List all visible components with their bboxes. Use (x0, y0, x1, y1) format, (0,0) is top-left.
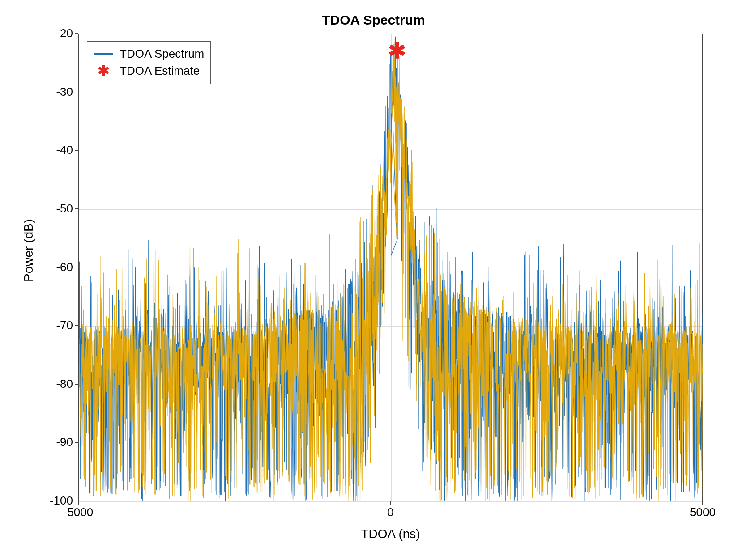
y-tick-mark (75, 267, 78, 268)
x-tick-label: 5000 (676, 505, 730, 519)
y-tick-label: -70 (38, 318, 73, 332)
axes-area: ✱ TDOA Spectrum ✱ TDOA Estimate (78, 34, 703, 501)
figure: TDOA Spectrum Power (dB) TDOA (ns) ✱ TDO… (0, 0, 747, 560)
y-tick-mark (75, 442, 78, 443)
y-tick-label: -80 (38, 377, 73, 391)
y-tick-mark (75, 33, 78, 34)
y-tick-label: -60 (38, 260, 73, 274)
legend-label: TDOA Spectrum (120, 47, 204, 61)
y-tick-mark (75, 208, 78, 209)
x-tick-mark (390, 501, 391, 505)
y-tick-mark (75, 384, 78, 385)
legend: TDOA Spectrum ✱ TDOA Estimate (87, 41, 211, 84)
plot-canvas (79, 34, 703, 501)
y-tick-label: -30 (38, 85, 73, 99)
y-tick-label: -20 (38, 26, 73, 40)
x-tick-mark (78, 501, 79, 505)
legend-label: TDOA Estimate (120, 64, 200, 78)
x-tick-mark (702, 501, 703, 505)
y-axis-label: Power (dB) (21, 161, 36, 340)
x-tick-label: -5000 (51, 505, 105, 519)
x-tick-label: 0 (364, 505, 418, 519)
y-tick-mark (75, 150, 78, 151)
y-tick-mark (75, 92, 78, 93)
legend-line-icon (94, 53, 113, 55)
chart-title: TDOA Spectrum (0, 13, 747, 28)
y-tick-label: -50 (38, 202, 73, 216)
legend-star-icon: ✱ (94, 66, 113, 75)
y-tick-label: -40 (38, 143, 73, 157)
x-axis-label: TDOA (ns) (78, 527, 703, 541)
legend-entry-estimate: ✱ TDOA Estimate (94, 62, 204, 79)
y-tick-label: -90 (38, 435, 73, 449)
y-tick-mark (75, 325, 78, 326)
legend-entry-spectrum: TDOA Spectrum (94, 45, 204, 62)
